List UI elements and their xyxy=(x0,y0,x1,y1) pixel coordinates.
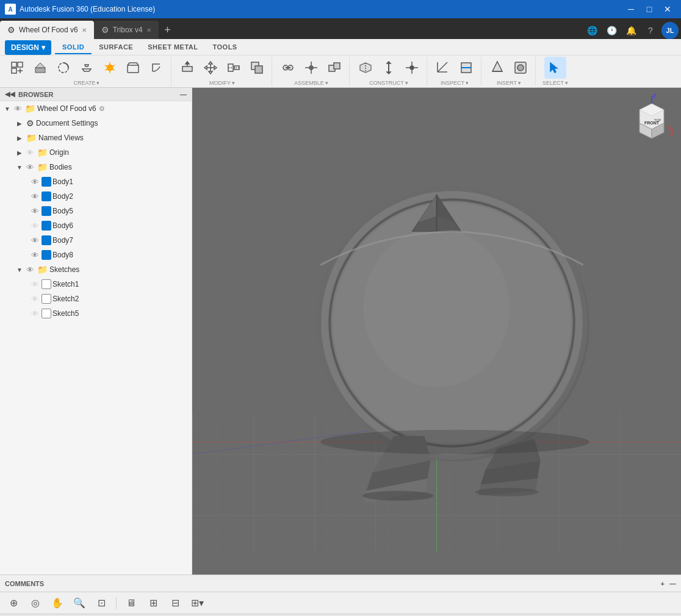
mode-sheet-metal[interactable]: SHEET METAL xyxy=(140,41,205,54)
tool-combine[interactable] xyxy=(246,57,268,79)
tree-body8[interactable]: 👁 Body8 xyxy=(0,248,192,262)
minimize-button[interactable]: ─ xyxy=(622,1,640,18)
body7-checkbox[interactable] xyxy=(41,235,51,245)
visual-style-button[interactable]: ⊟ xyxy=(167,595,184,612)
bodies-eye[interactable]: 👁 xyxy=(24,162,35,173)
help-icon-button[interactable]: ? xyxy=(642,22,659,39)
tab-close-tribox[interactable]: ✕ xyxy=(146,27,151,34)
tree-origin[interactable]: ▶ 👁 📁 Origin xyxy=(0,145,192,160)
window-controls[interactable]: ─ □ ✕ xyxy=(622,1,676,18)
tool-revolve[interactable] xyxy=(52,57,74,79)
origin-eye[interactable]: 👁 xyxy=(24,147,35,158)
notifications-button[interactable]: 🔔 xyxy=(622,22,640,39)
orbit-button[interactable]: ⊕ xyxy=(5,595,22,612)
tree-sketch5[interactable]: 👁 Sketch5 xyxy=(0,306,192,321)
tool-spark[interactable] xyxy=(99,57,121,79)
body7-eye[interactable]: 👁 xyxy=(29,235,40,246)
account-button[interactable]: JL xyxy=(661,22,679,39)
sketch2-eye[interactable]: 👁 xyxy=(29,293,40,304)
assemble-label[interactable]: ASSEMBLE▾ xyxy=(294,80,328,86)
bodies-expand[interactable]: ▼ xyxy=(15,162,24,172)
tool-move[interactable] xyxy=(200,57,222,79)
mode-tools[interactable]: TOOLS xyxy=(206,41,245,54)
sketch2-checkbox[interactable] xyxy=(41,294,51,304)
doc-settings-expand[interactable]: ▶ xyxy=(15,118,24,128)
tool-insert-mesh[interactable] xyxy=(486,57,508,79)
root-eye[interactable]: 👁 xyxy=(12,103,23,114)
tree-sketches[interactable]: ▼ 👁 📁 Sketches xyxy=(0,262,192,277)
tab-tribox[interactable]: ⚙ Tribox v4 ✕ xyxy=(94,21,159,39)
browser-pin-icon[interactable]: — xyxy=(180,91,187,98)
tree-sketch2[interactable]: 👁 Sketch2 xyxy=(0,292,192,306)
select-label[interactable]: SELECT▾ xyxy=(542,80,568,86)
origin-expand[interactable]: ▶ xyxy=(15,148,24,157)
sketch1-eye[interactable]: 👁 xyxy=(29,279,40,290)
tree-body2[interactable]: 👁 Body2 xyxy=(0,189,192,204)
body5-checkbox[interactable] xyxy=(41,206,51,216)
inspect-label[interactable]: INSPECT▾ xyxy=(441,80,469,86)
sketch1-checkbox[interactable] xyxy=(41,279,51,289)
design-mode-button[interactable]: DESIGN ▾ xyxy=(5,40,51,55)
pan-button[interactable]: ✋ xyxy=(49,595,66,612)
tree-sketch1[interactable]: 👁 Sketch1 xyxy=(0,277,192,292)
zoom-button[interactable]: 🔍 xyxy=(71,595,88,612)
new-tab-button[interactable]: + xyxy=(159,21,177,39)
insert-label[interactable]: INSERT▾ xyxy=(497,80,521,86)
tool-shell[interactable] xyxy=(122,57,144,79)
tree-body1[interactable]: 👁 Body1 xyxy=(0,174,192,189)
tree-body6[interactable]: 👁 Body6 xyxy=(0,218,192,233)
browser-collapse-icon[interactable]: ◀◀ xyxy=(5,90,15,98)
tree-named-views[interactable]: ▶ 📁 Named Views xyxy=(0,131,192,145)
tool-axis[interactable] xyxy=(378,57,400,79)
tool-fillet[interactable] xyxy=(145,57,167,79)
comments-add-icon[interactable]: + xyxy=(661,580,665,587)
tab-close-wheel[interactable]: ✕ xyxy=(82,27,87,34)
help-button[interactable]: 🌐 xyxy=(583,22,600,39)
tool-extrude[interactable] xyxy=(29,57,51,79)
tab-wheel-of-food[interactable]: ⚙ Wheel Of Food v6 ✕ xyxy=(0,21,94,39)
look-at-button[interactable]: ◎ xyxy=(27,595,44,612)
tree-body7[interactable]: 👁 Body7 xyxy=(0,233,192,248)
tool-point[interactable] xyxy=(401,57,423,79)
maximize-button[interactable]: □ xyxy=(641,1,658,18)
body2-checkbox[interactable] xyxy=(41,192,51,201)
viewcube[interactable]: Z X FRONT TOP xyxy=(627,93,676,141)
comments-collapse-icon[interactable]: — xyxy=(669,580,676,587)
mode-solid[interactable]: SOLID xyxy=(55,41,92,54)
close-button[interactable]: ✕ xyxy=(659,1,676,18)
sketch5-eye[interactable]: 👁 xyxy=(29,308,40,319)
body2-eye[interactable]: 👁 xyxy=(29,191,40,202)
construct-label[interactable]: CONSTRUCT▾ xyxy=(369,80,408,86)
tool-push-pull[interactable] xyxy=(176,57,198,79)
tree-bodies[interactable]: ▼ 👁 📁 Bodies xyxy=(0,160,192,174)
tree-body5[interactable]: 👁 Body5 xyxy=(0,204,192,218)
tool-move-copy[interactable] xyxy=(323,57,345,79)
viewport[interactable]: Z X FRONT TOP xyxy=(192,88,681,575)
tool-joint[interactable] xyxy=(277,57,299,79)
create-label[interactable]: CREATE▾ xyxy=(74,80,100,86)
recent-button[interactable]: 🕐 xyxy=(603,22,620,39)
body5-eye[interactable]: 👁 xyxy=(29,206,40,217)
zoom-fit-button[interactable]: ⊡ xyxy=(93,595,110,612)
tool-measure[interactable] xyxy=(432,57,454,79)
modify-label[interactable]: MODIFY▾ xyxy=(209,80,235,86)
root-settings-icon[interactable]: ⚙ xyxy=(99,105,105,113)
tool-decal[interactable] xyxy=(510,57,531,79)
body8-eye[interactable]: 👁 xyxy=(29,249,40,260)
tool-section-analysis[interactable] xyxy=(455,57,477,79)
tree-doc-settings[interactable]: ▶ ⚙ Document Settings xyxy=(0,116,192,131)
grid-settings-button[interactable]: ⊞ xyxy=(145,595,162,612)
root-expand[interactable]: ▼ xyxy=(2,104,12,113)
display-settings-button[interactable]: 🖥 xyxy=(123,595,140,612)
tool-plane[interactable] xyxy=(355,57,377,79)
body6-eye[interactable]: 👁 xyxy=(29,220,40,231)
environment-button[interactable]: ⊞▾ xyxy=(189,595,206,612)
mode-surface[interactable]: SURFACE xyxy=(92,41,140,54)
sketches-eye[interactable]: 👁 xyxy=(24,264,35,275)
tool-select[interactable] xyxy=(544,57,566,79)
tool-loft[interactable] xyxy=(76,57,98,79)
sketches-expand[interactable]: ▼ xyxy=(15,265,24,274)
tree-root[interactable]: ▼ 👁 📁 Wheel Of Food v6 ⚙ xyxy=(0,101,192,116)
sketch5-checkbox[interactable] xyxy=(41,309,51,318)
tool-joint-origin[interactable] xyxy=(300,57,322,79)
